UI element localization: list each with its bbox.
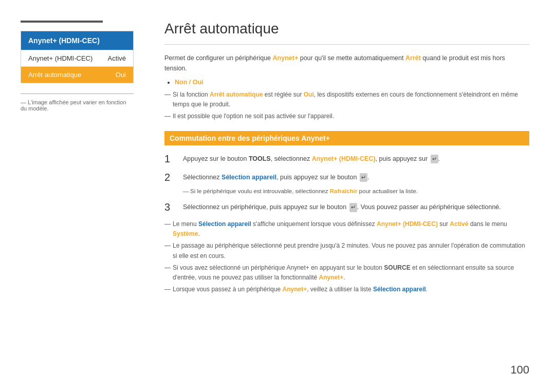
anynet-note3: Anynet+ (319, 274, 343, 281)
bottom-note-2: Le passage au périphérique sélectionné p… (173, 241, 529, 260)
enter-icon-step3: ↵ (349, 203, 357, 212)
sidebar-item-arret-value: Oui (116, 71, 126, 79)
oui-link: Oui (304, 91, 314, 98)
step-2: 2 Sélectionnez Sélection appareil, puis … (164, 171, 529, 183)
notes-section: Le menu Sélection appareil s'affiche uni… (164, 219, 529, 294)
selection-appareil-link-step2: Sélection appareil (221, 174, 276, 181)
enter-icon-step1: ↵ (431, 155, 438, 164)
step-1: 1 Appuyez sur le bouton TOOLS, sélection… (164, 153, 529, 165)
bottom-note-4: Lorsque vous passez à un périphérique An… (173, 285, 529, 294)
step-2-text: Sélectionnez Sélection appareil, puis ap… (183, 171, 529, 182)
main-content: Arrêt automatique Permet de configurer u… (164, 21, 529, 371)
rafraichir-link: Rafraîchir (330, 188, 358, 194)
sidebar-item-arret[interactable]: Arrêt automatique Oui (21, 66, 133, 83)
anynet-link-intro: Anynet+ (273, 54, 299, 62)
sidebar: Anynet+ (HDMI-CEC) Anynet+ (HDMI-CEC) Ac… (21, 21, 134, 371)
page-number: 100 (510, 363, 529, 377)
sidebar-note: — L'image affichée peut varier en foncti… (21, 94, 134, 111)
step2-subnote: Si le périphérique voulu est introuvable… (190, 186, 529, 196)
anynet-cec-link-step1: Anynet+ (HDMI-CEC) (312, 155, 376, 162)
step-1-text: Appuyez sur le bouton TOOLS, sélectionne… (183, 153, 529, 164)
enter-icon-step2: ↵ (360, 173, 367, 182)
anynet-cec-note1: Anynet+ (HDMI-CEC) (377, 220, 438, 228)
intro-text: Permet de configurer un périphérique Any… (164, 53, 529, 73)
options-text: Non / Oui (175, 79, 203, 86)
steps-list-2: 3 Sélectionnez un périphérique, puis app… (164, 201, 529, 213)
step-3: 3 Sélectionnez un périphérique, puis app… (164, 201, 529, 213)
sidebar-box: Anynet+ (HDMI-CEC) Anynet+ (HDMI-CEC) Ac… (21, 31, 134, 83)
arret-link-intro: Arrêt (405, 54, 421, 62)
tools-keyword: TOOLS (249, 155, 271, 162)
section-heading: Commutation entre des périphériques Anyn… (164, 131, 529, 145)
bottom-note-3: Si vous avez sélectionné un périphérique… (173, 263, 529, 283)
page-title: Arrêt automatique (164, 21, 529, 45)
arret-auto-link: Arrêt automatique (210, 91, 263, 98)
sidebar-item-anynet-label: Anynet+ (HDMI-CEC) (28, 54, 92, 62)
step-3-num: 3 (164, 201, 179, 213)
step-3-text: Sélectionnez un périphérique, puis appuy… (183, 201, 529, 212)
selection-appareil-note4: Sélection appareil (373, 286, 426, 293)
step-1-num: 1 (164, 153, 179, 165)
note2: Il est possible que l'option ne soit pas… (173, 111, 529, 121)
sidebar-item-arret-label: Arrêt automatique (28, 71, 81, 79)
options-list: Non / Oui (175, 79, 529, 86)
active-note1: Activé (450, 220, 468, 228)
sidebar-item-anynet[interactable]: Anynet+ (HDMI-CEC) Activé (21, 50, 133, 66)
bottom-note-1: Le menu Sélection appareil s'affiche uni… (173, 219, 529, 239)
sidebar-item-anynet-value: Activé (108, 54, 126, 62)
anynet-note4: Anynet+ (282, 286, 307, 293)
selection-appareil-note1: Sélection appareil (198, 220, 251, 228)
note1: Si la fonction Arrêt automatique est rég… (173, 90, 529, 109)
steps-list: 1 Appuyez sur le bouton TOOLS, sélection… (164, 153, 529, 183)
source-keyword: SOURCE (384, 264, 410, 271)
step-2-num: 2 (164, 171, 179, 183)
sidebar-top-bar (21, 21, 103, 23)
sidebar-title: Anynet+ (HDMI-CEC) (21, 31, 133, 50)
systeme-note1: Système (173, 230, 198, 237)
